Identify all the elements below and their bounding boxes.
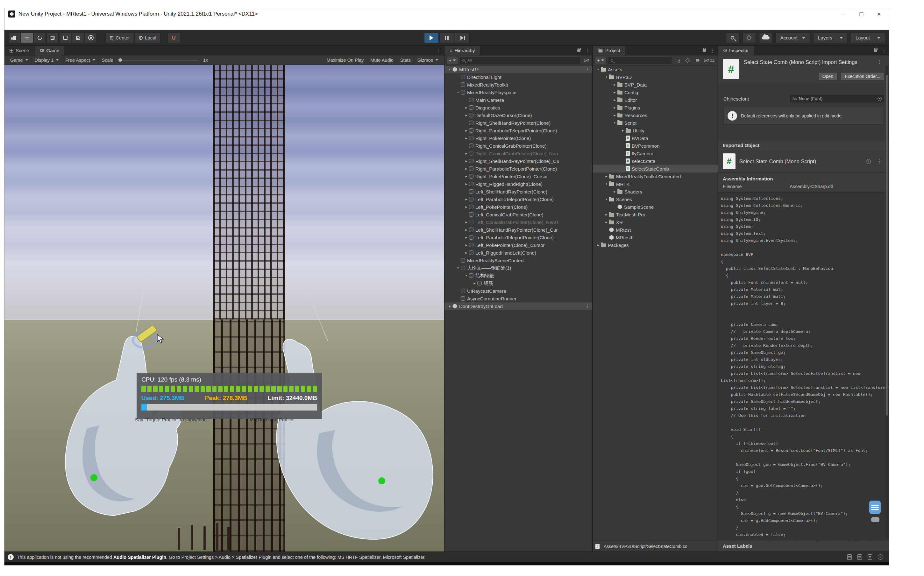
header-kebab-icon[interactable]: ⋮ (874, 59, 884, 65)
expander-arrow[interactable]: ▼ (612, 122, 617, 125)
hierarchy-item[interactable]: UIRaycastCamera (445, 287, 592, 295)
console-warning-icon[interactable] (857, 554, 862, 560)
hierarchy-item[interactable]: ▶ Right_ShellHandRayPointer(Clone)_Cu (445, 157, 592, 165)
lock-icon[interactable] (874, 49, 877, 52)
project-item[interactable]: ▼ Scenes (593, 195, 718, 203)
expander-arrow[interactable]: ▶ (464, 129, 469, 132)
panel-menu-icon[interactable]: ⋮ (434, 46, 444, 55)
expander-arrow[interactable]: ▶ (464, 182, 469, 186)
hierarchy-item[interactable]: ▶ 钢筋 (445, 279, 592, 287)
open-search-window-icon[interactable] (673, 57, 682, 64)
console-log-icon[interactable] (847, 554, 852, 560)
project-item[interactable]: BVPcommon (593, 142, 718, 150)
layers-dropdown[interactable]: Layers (813, 33, 847, 43)
project-item[interactable]: ▶ Editor (593, 96, 718, 104)
step-button[interactable] (455, 33, 469, 43)
hierarchy-item[interactable]: ▶ Left_RiggedHandLeft(Clone) (445, 249, 592, 256)
project-search-input[interactable] (615, 58, 669, 63)
hierarchy-item[interactable]: ▼ MRtest1* ⋮ (445, 66, 592, 73)
hierarchy-item[interactable]: ▼ 大论文——钢筋笼(1) (445, 264, 592, 272)
cloud-button[interactable] (759, 33, 772, 43)
project-item[interactable]: BVData (593, 134, 718, 142)
console-error-icon[interactable] (868, 554, 872, 560)
project-item[interactable]: ▶ BVP_Data (593, 81, 718, 88)
aspect-selector[interactable]: Free Aspect (62, 55, 98, 65)
hierarchy-item[interactable]: ▼ MixedRealityPlayspace (445, 88, 592, 96)
account-dropdown[interactable]: Account (776, 33, 810, 43)
expander-arrow[interactable]: ▶ (464, 167, 469, 170)
hierarchy-item[interactable]: MixedRealityToolkit (445, 81, 592, 88)
panel-menu-icon[interactable]: ⋮ (582, 46, 592, 55)
expander-arrow[interactable]: ▼ (464, 274, 469, 277)
hierarchy-item[interactable]: ▶ DontDestroyOnLoad ⋮ (445, 302, 592, 310)
expander-arrow[interactable]: ▶ (612, 91, 617, 94)
hierarchy-item[interactable]: ▶ Right_ParabolicTeleportPointer(Clone) (445, 165, 592, 173)
transform-tool[interactable] (72, 33, 84, 43)
scale-slider[interactable] (119, 60, 198, 61)
hierarchy-item[interactable]: ▶ Left_ConicalGrabPointer(Clone)_Near1 (445, 218, 592, 226)
hierarchy-item[interactable]: ▶ Left_ShellHandRayPointer(Clone)_Cur (445, 226, 592, 234)
search-button[interactable] (726, 33, 739, 43)
expander-arrow[interactable]: ▶ (612, 190, 617, 193)
hierarchy-search-input[interactable] (467, 58, 578, 63)
expander-arrow[interactable]: ▼ (604, 182, 609, 186)
expander-arrow[interactable]: ▶ (447, 305, 452, 308)
expander-arrow[interactable]: ▶ (604, 175, 609, 178)
hierarchy-item[interactable]: ▶ Left_PokePointer(Clone) (445, 203, 592, 211)
inspector-scrollbar[interactable] (886, 66, 889, 539)
expander-arrow[interactable]: ▶ (464, 251, 469, 254)
display-selector[interactable]: Display 1 (32, 55, 62, 65)
create-object-button[interactable]: + (447, 57, 458, 64)
hierarchy-item[interactable]: ▶ Right_RiggedHandRight(Clone) (445, 180, 592, 188)
expander-arrow[interactable]: ▶ (604, 213, 609, 216)
expander-arrow[interactable]: ▼ (455, 267, 461, 270)
floating-list-badge[interactable] (869, 501, 881, 514)
hierarchy-search[interactable] (460, 57, 580, 64)
expander-arrow[interactable]: ▶ (464, 114, 469, 117)
expander-arrow[interactable]: ▶ (464, 160, 469, 163)
panel-menu-icon[interactable]: ⋮ (708, 46, 718, 55)
project-item[interactable]: ▶ Utility (593, 126, 718, 134)
minimize-button[interactable]: – (842, 11, 846, 17)
hierarchy-item[interactable]: MixedRealitySceneContent (445, 256, 592, 264)
project-item[interactable]: ▶ TextMesh Pro (593, 211, 718, 218)
project-item[interactable]: ▶ Shaders (593, 188, 718, 195)
hierarchy-item[interactable]: Left_ConicalGrabPointer(Clone) (445, 211, 592, 218)
project-item[interactable]: ▼ BVP3D (593, 73, 718, 81)
expander-arrow[interactable]: ▶ (620, 129, 626, 132)
hierarchy-item[interactable]: ▶ Right_PokePointer(Clone) (445, 134, 592, 142)
slider-knob[interactable] (119, 58, 122, 62)
asset-labels-section[interactable]: Asset Labels (718, 540, 889, 552)
header-kebab-icon[interactable]: ⋮ (874, 158, 884, 164)
expander-arrow[interactable]: ▶ (612, 106, 617, 109)
row-kebab-icon[interactable]: ⋮ (583, 304, 592, 309)
expander-arrow[interactable]: ▶ (464, 236, 469, 239)
expander-arrow[interactable]: ▼ (447, 68, 452, 71)
hidden-packages-toggle[interactable]: 22 (704, 58, 716, 63)
project-item[interactable]: ▶ Packages (593, 241, 718, 249)
expander-arrow[interactable]: ▼ (604, 76, 609, 78)
project-item[interactable]: SampleScene (593, 203, 718, 211)
tab-project[interactable]: Project (593, 46, 626, 55)
expander-arrow[interactable]: ▶ (464, 221, 469, 224)
expander-arrow[interactable]: ▶ (612, 114, 617, 117)
hierarchy-item[interactable]: ▶ Left_ParabolicTeleportPointer(Clone)_ (445, 234, 592, 241)
stats-toggle[interactable]: Stats (397, 58, 414, 63)
filter-by-label-icon[interactable] (694, 57, 702, 64)
filter-by-type-icon[interactable] (684, 57, 692, 64)
project-item[interactable]: SelectStateComb (593, 165, 718, 173)
help-icon[interactable]: ? (866, 159, 871, 164)
maximize-on-play-toggle[interactable]: Maximize On Play (323, 58, 367, 63)
expander-arrow[interactable]: ▶ (464, 175, 469, 178)
open-button[interactable]: Open (818, 72, 838, 80)
scrollbar-thumb[interactable] (886, 75, 888, 416)
hierarchy-item[interactable]: Right_ShellHandRayPointer(Clone) (445, 119, 592, 126)
hierarchy-item[interactable]: ▼ 结构钢筋 (445, 272, 592, 279)
project-item[interactable]: ▼ MRTK (593, 180, 718, 188)
tab-hierarchy[interactable]: ≡ Hierarchy (445, 46, 480, 55)
project-item[interactable]: ▶ MixedRealityToolkit.Generated (593, 173, 718, 180)
close-button[interactable]: × (877, 11, 881, 17)
custom-tool[interactable] (85, 33, 97, 43)
chinesefont-field-value[interactable]: Aa None (Font) (790, 95, 884, 102)
expander-arrow[interactable]: ▼ (596, 68, 601, 71)
